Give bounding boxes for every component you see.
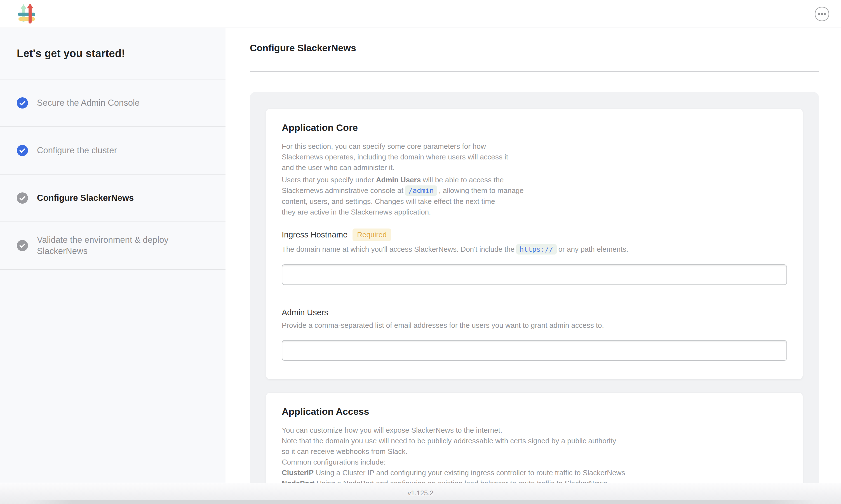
admin-users-help: Provide a comma-separated list of email … [282,320,787,330]
admin-users-field-group: Admin Users Provide a comma-separated li… [282,308,787,361]
description-line: and the user who can administer it. [282,162,787,173]
config-groups-panel: Application Core For this section, you c… [250,92,819,504]
ingress-hostname-field-group: Ingress Hostname Required The domain nam… [282,229,787,285]
version-label: v1.125.2 [408,489,433,497]
step-label: Configure SlackerNews [37,193,134,204]
https-code-chip: https:// [516,244,556,254]
description-line: Common configurations include: [282,457,787,467]
required-badge: Required [353,229,391,241]
sidebar-step-secure-admin-console[interactable]: Secure the Admin Console [0,79,226,127]
overflow-menu-button[interactable] [814,6,830,22]
step-label: Validate the environment & deploy Slacke… [37,234,190,257]
setup-wizard-page: Let's get you started! Secure the Admin … [0,0,841,504]
sidebar-step-configure-cluster[interactable]: Configure the cluster [0,127,226,175]
step-label: Configure the cluster [37,145,117,156]
description-line: content, users, and settings. Changes wi… [282,196,787,207]
card-title: Application Core [282,122,787,133]
admin-users-label: Admin Users [282,308,328,317]
sidebar-header: Let's get you started! [0,28,226,79]
step-label: Secure the Admin Console [37,97,140,109]
top-header-bar [0,0,841,28]
sidebar-step-validate-deploy[interactable]: Validate the environment & deploy Slacke… [0,222,226,270]
ellipsis-circle-icon [814,6,830,22]
ingress-hostname-help: The domain name at which you'll access S… [282,244,787,255]
description-line: they are active in the Slackernews appli… [282,207,787,217]
sidebar-step-configure-slackernews[interactable]: Configure SlackerNews [0,175,226,222]
check-circle-icon [17,145,28,156]
footer-bar: v1.125.2 [0,483,841,504]
description-line: Slackernews operates, including the doma… [282,151,787,162]
description-line: Note that the domain you use will need t… [282,435,787,446]
title-divider [250,71,819,72]
application-core-card: Application Core For this section, you c… [266,109,803,379]
description-line: You can customize how you will expose Sl… [282,425,787,435]
check-circle-icon [17,193,28,204]
description-line: so it can receive webhooks from Slack. [282,446,787,457]
check-circle-icon [17,240,28,251]
ingress-hostname-input[interactable] [282,264,787,285]
card-title: Application Access [282,406,787,417]
description-line: Slackernews adminstrative console at/adm… [282,185,787,196]
admin-users-bold: Admin Users [376,176,421,184]
slackernews-logo-icon [17,3,36,25]
setup-steps-sidebar: Let's get you started! Secure the Admin … [0,28,226,504]
sidebar-title: Let's get you started! [17,48,125,59]
ingress-hostname-label: Ingress Hostname [282,230,347,239]
description-line: For this section, you can specify some c… [282,141,787,151]
page-title: Configure SlackerNews [250,42,819,53]
config-main-area: Configure SlackerNews Application Core F… [226,28,841,504]
description-line: ClusterIP Using a Cluster IP and configu… [282,467,787,478]
admin-path-code-chip: /admin [405,185,437,196]
admin-users-input[interactable] [282,340,787,361]
description-line: Users that you specify under Admin Users… [282,175,787,185]
check-circle-icon [17,97,28,109]
